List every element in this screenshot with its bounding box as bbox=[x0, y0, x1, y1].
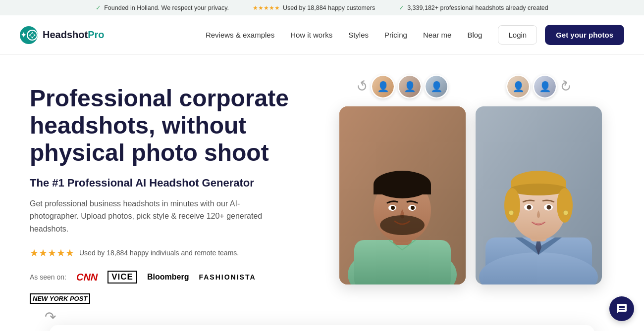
photo-column-left: ↺ 👤 👤 👤 bbox=[339, 75, 466, 284]
svg-point-29 bbox=[563, 210, 568, 215]
main-photo-male bbox=[339, 106, 466, 284]
nav-how[interactable]: How it works bbox=[290, 31, 332, 39]
svg-point-13 bbox=[380, 215, 425, 235]
hero-rating: ★★★★★ Used by 18,884 happy indiviuals an… bbox=[30, 247, 317, 259]
logo-text: HeadshotPro bbox=[43, 29, 104, 41]
top-banner: ✓ Founded in Holland. We respect your pr… bbox=[0, 0, 644, 15]
hero-description: Get professional business headshots in m… bbox=[30, 197, 277, 236]
nav-reviews[interactable]: Reviews & examples bbox=[206, 31, 274, 39]
thumb-1: 👤 bbox=[371, 75, 395, 98]
logo-icon bbox=[20, 26, 38, 44]
svg-rect-4 bbox=[354, 240, 451, 284]
thumb-5: 👤 bbox=[533, 75, 557, 98]
nav-pricing[interactable]: Pricing bbox=[384, 31, 407, 39]
stars-small: ★★★★★ bbox=[253, 4, 280, 11]
svg-point-11 bbox=[391, 206, 395, 210]
thumb-2: 👤 bbox=[398, 75, 422, 98]
svg-rect-8 bbox=[374, 185, 431, 194]
svg-point-12 bbox=[411, 206, 415, 210]
nav-near[interactable]: Near me bbox=[423, 31, 452, 39]
svg-point-23 bbox=[557, 188, 573, 223]
hero-right: ↺ 👤 👤 👤 bbox=[317, 75, 624, 325]
login-button[interactable]: Login bbox=[498, 25, 537, 45]
media-cnn: CNN bbox=[76, 272, 98, 283]
thumb-4: 👤 bbox=[506, 75, 530, 98]
main-photo-female bbox=[476, 106, 602, 284]
nav-blog[interactable]: Blog bbox=[467, 31, 482, 39]
nav-styles[interactable]: Styles bbox=[348, 31, 369, 39]
chat-bubble[interactable] bbox=[609, 296, 634, 321]
rotate-arrow-right: ↺ bbox=[556, 77, 574, 96]
hero-section: Professional corporate headshots, withou… bbox=[0, 55, 644, 325]
logo[interactable]: HeadshotPro bbox=[20, 26, 104, 44]
media-nypost: NEW YORK POST bbox=[30, 293, 90, 304]
rating-text: Used by 18,884 happy indiviuals and remo… bbox=[79, 249, 239, 257]
photo-column-right: 👤 👤 ↺ bbox=[476, 75, 602, 284]
svg-point-28 bbox=[509, 210, 514, 215]
banner-item-1: ✓ Founded in Holland. We respect your pr… bbox=[96, 4, 229, 11]
thumb-3: 👤 bbox=[425, 75, 448, 98]
get-photos-button[interactable]: Get your photos bbox=[545, 25, 624, 45]
as-seen-label: As seen on: bbox=[30, 273, 66, 281]
check-icon-2: ✓ bbox=[399, 4, 404, 11]
svg-point-27 bbox=[547, 205, 551, 210]
as-seen-section: As seen on: CNN VICE Bloomberg FASHIONIS… bbox=[30, 271, 317, 304]
svg-point-21 bbox=[510, 184, 567, 195]
hero-title: Professional corporate headshots, withou… bbox=[30, 85, 317, 167]
media-fashionista: FASHIONISTA bbox=[199, 273, 256, 281]
hero-left: Professional corporate headshots, withou… bbox=[30, 75, 317, 325]
hero-subtitle: The #1 Professional AI Headshot Generato… bbox=[30, 177, 317, 189]
form-card: Company name Team size Create your team … bbox=[50, 325, 594, 331]
svg-point-26 bbox=[527, 205, 532, 210]
media-bloomberg: Bloomberg bbox=[147, 273, 189, 282]
banner-item-3: ✓ 3,339,182+ professional headshots alre… bbox=[399, 4, 548, 11]
media-vice: VICE bbox=[107, 271, 137, 284]
thumbnails-right: 👤 👤 ↺ bbox=[506, 75, 571, 98]
rating-stars: ★★★★★ bbox=[30, 247, 74, 259]
nav-actions: Login Get your photos bbox=[498, 25, 624, 45]
nav-links: Reviews & examples How it works Styles P… bbox=[206, 31, 483, 39]
rotate-arrow-left: ↺ bbox=[353, 77, 371, 96]
check-icon-1: ✓ bbox=[96, 4, 101, 11]
banner-item-2: ★★★★★ Used by 18,884 happy customers bbox=[253, 4, 375, 11]
thumbnails-left: ↺ 👤 👤 👤 bbox=[357, 75, 448, 98]
svg-point-22 bbox=[504, 188, 520, 223]
arrow-down-icon: ↷ bbox=[45, 309, 317, 325]
navbar: HeadshotPro Reviews & examples How it wo… bbox=[0, 15, 644, 55]
